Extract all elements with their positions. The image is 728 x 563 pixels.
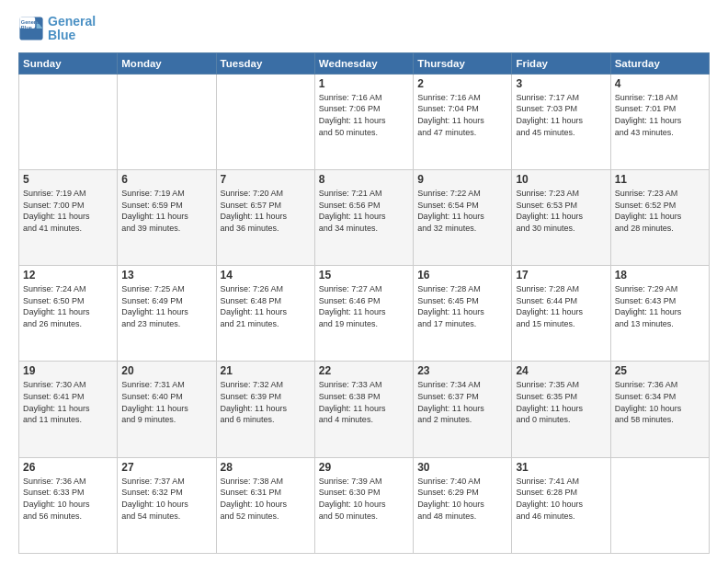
day-info: Sunrise: 7:21 AM Sunset: 6:56 PM Dayligh…	[319, 188, 409, 234]
calendar-cell: 9Sunrise: 7:22 AM Sunset: 6:54 PM Daylig…	[414, 170, 512, 266]
calendar-cell: 13Sunrise: 7:25 AM Sunset: 6:49 PM Dayli…	[118, 266, 216, 362]
page: General Blue GeneralBlue SundayMondayTue…	[0, 0, 728, 563]
day-of-week-header: Thursday	[414, 52, 512, 74]
day-info: Sunrise: 7:23 AM Sunset: 6:53 PM Dayligh…	[516, 188, 606, 234]
day-number: 11	[615, 173, 705, 186]
day-info: Sunrise: 7:17 AM Sunset: 7:03 PM Dayligh…	[516, 92, 606, 138]
day-info: Sunrise: 7:19 AM Sunset: 6:59 PM Dayligh…	[121, 188, 211, 234]
day-info: Sunrise: 7:31 AM Sunset: 6:40 PM Dayligh…	[121, 379, 211, 425]
day-info: Sunrise: 7:30 AM Sunset: 6:41 PM Dayligh…	[23, 379, 113, 425]
day-info: Sunrise: 7:22 AM Sunset: 6:54 PM Dayligh…	[417, 188, 507, 234]
day-info: Sunrise: 7:28 AM Sunset: 6:44 PM Dayligh…	[516, 283, 606, 329]
day-info: Sunrise: 7:28 AM Sunset: 6:45 PM Dayligh…	[417, 283, 507, 329]
day-info: Sunrise: 7:35 AM Sunset: 6:35 PM Dayligh…	[516, 379, 606, 425]
calendar-cell: 17Sunrise: 7:28 AM Sunset: 6:44 PM Dayli…	[512, 266, 610, 362]
calendar-cell: 24Sunrise: 7:35 AM Sunset: 6:35 PM Dayli…	[512, 362, 610, 457]
day-info: Sunrise: 7:18 AM Sunset: 7:01 PM Dayligh…	[615, 92, 705, 138]
day-number: 13	[121, 269, 211, 282]
day-number: 2	[417, 77, 507, 90]
calendar-week-row: 19Sunrise: 7:30 AM Sunset: 6:41 PM Dayli…	[19, 362, 710, 457]
calendar-cell: 6Sunrise: 7:19 AM Sunset: 6:59 PM Daylig…	[118, 170, 216, 266]
day-number: 20	[121, 364, 211, 377]
day-info: Sunrise: 7:41 AM Sunset: 6:28 PM Dayligh…	[516, 476, 606, 522]
day-info: Sunrise: 7:20 AM Sunset: 6:57 PM Dayligh…	[221, 188, 311, 234]
calendar-cell: 11Sunrise: 7:23 AM Sunset: 6:52 PM Dayli…	[610, 170, 709, 266]
day-info: Sunrise: 7:39 AM Sunset: 6:30 PM Dayligh…	[319, 476, 409, 522]
day-number: 29	[319, 461, 409, 474]
calendar-cell	[19, 74, 118, 169]
calendar-cell: 30Sunrise: 7:40 AM Sunset: 6:29 PM Dayli…	[414, 457, 512, 553]
day-number: 30	[417, 461, 507, 474]
day-info: Sunrise: 7:26 AM Sunset: 6:48 PM Dayligh…	[221, 283, 311, 329]
day-number: 25	[615, 364, 705, 377]
day-of-week-header: Sunday	[19, 52, 118, 74]
day-number: 31	[516, 461, 606, 474]
day-info: Sunrise: 7:25 AM Sunset: 6:49 PM Dayligh…	[121, 283, 211, 329]
day-number: 23	[417, 364, 507, 377]
day-number: 1	[319, 77, 409, 90]
calendar-week-row: 12Sunrise: 7:24 AM Sunset: 6:50 PM Dayli…	[19, 266, 710, 362]
day-number: 15	[319, 269, 409, 282]
day-number: 19	[23, 364, 113, 377]
day-number: 3	[516, 77, 606, 90]
calendar-cell: 31Sunrise: 7:41 AM Sunset: 6:28 PM Dayli…	[512, 457, 610, 553]
day-number: 14	[221, 269, 311, 282]
day-number: 5	[23, 173, 113, 186]
calendar-cell: 19Sunrise: 7:30 AM Sunset: 6:41 PM Dayli…	[19, 362, 118, 457]
day-of-week-header: Monday	[118, 52, 216, 74]
calendar-cell: 23Sunrise: 7:34 AM Sunset: 6:37 PM Dayli…	[414, 362, 512, 457]
calendar-cell	[610, 457, 709, 553]
calendar-cell: 8Sunrise: 7:21 AM Sunset: 6:56 PM Daylig…	[314, 170, 413, 266]
calendar-header-row: SundayMondayTuesdayWednesdayThursdayFrid…	[19, 52, 710, 74]
calendar-cell: 18Sunrise: 7:29 AM Sunset: 6:43 PM Dayli…	[610, 266, 709, 362]
logo-text: GeneralBlue	[48, 15, 96, 43]
calendar-cell: 5Sunrise: 7:19 AM Sunset: 7:00 PM Daylig…	[19, 170, 118, 266]
day-info: Sunrise: 7:16 AM Sunset: 7:04 PM Dayligh…	[417, 92, 507, 138]
calendar-cell: 14Sunrise: 7:26 AM Sunset: 6:48 PM Dayli…	[216, 266, 314, 362]
logo: General Blue GeneralBlue	[18, 15, 96, 43]
day-number: 17	[516, 269, 606, 282]
day-of-week-header: Saturday	[610, 52, 709, 74]
day-number: 16	[417, 269, 507, 282]
day-info: Sunrise: 7:37 AM Sunset: 6:32 PM Dayligh…	[121, 476, 211, 522]
calendar-cell: 21Sunrise: 7:32 AM Sunset: 6:39 PM Dayli…	[216, 362, 314, 457]
calendar-cell: 7Sunrise: 7:20 AM Sunset: 6:57 PM Daylig…	[216, 170, 314, 266]
logo-icon: General Blue	[18, 16, 44, 41]
calendar-cell: 25Sunrise: 7:36 AM Sunset: 6:34 PM Dayli…	[610, 362, 709, 457]
calendar-cell: 26Sunrise: 7:36 AM Sunset: 6:33 PM Dayli…	[19, 457, 118, 553]
calendar-cell: 20Sunrise: 7:31 AM Sunset: 6:40 PM Dayli…	[118, 362, 216, 457]
day-number: 12	[23, 269, 113, 282]
day-number: 28	[221, 461, 311, 474]
day-info: Sunrise: 7:36 AM Sunset: 6:34 PM Dayligh…	[615, 379, 705, 425]
calendar-week-row: 26Sunrise: 7:36 AM Sunset: 6:33 PM Dayli…	[19, 457, 710, 553]
day-info: Sunrise: 7:33 AM Sunset: 6:38 PM Dayligh…	[319, 379, 409, 425]
day-number: 21	[221, 364, 311, 377]
day-info: Sunrise: 7:19 AM Sunset: 7:00 PM Dayligh…	[23, 188, 113, 234]
calendar-table: SundayMondayTuesdayWednesdayThursdayFrid…	[18, 52, 710, 554]
day-number: 6	[121, 173, 211, 186]
calendar-cell	[216, 74, 314, 169]
day-number: 27	[121, 461, 211, 474]
calendar-cell: 16Sunrise: 7:28 AM Sunset: 6:45 PM Dayli…	[414, 266, 512, 362]
day-of-week-header: Wednesday	[314, 52, 413, 74]
day-number: 18	[615, 269, 705, 282]
calendar-cell: 10Sunrise: 7:23 AM Sunset: 6:53 PM Dayli…	[512, 170, 610, 266]
day-number: 9	[417, 173, 507, 186]
day-number: 26	[23, 461, 113, 474]
calendar-cell: 4Sunrise: 7:18 AM Sunset: 7:01 PM Daylig…	[610, 74, 709, 169]
svg-text:Blue: Blue	[21, 26, 32, 31]
day-info: Sunrise: 7:32 AM Sunset: 6:39 PM Dayligh…	[221, 379, 311, 425]
day-number: 22	[319, 364, 409, 377]
calendar-cell: 27Sunrise: 7:37 AM Sunset: 6:32 PM Dayli…	[118, 457, 216, 553]
day-info: Sunrise: 7:23 AM Sunset: 6:52 PM Dayligh…	[615, 188, 705, 234]
day-info: Sunrise: 7:40 AM Sunset: 6:29 PM Dayligh…	[417, 476, 507, 522]
calendar-cell: 28Sunrise: 7:38 AM Sunset: 6:31 PM Dayli…	[216, 457, 314, 553]
day-number: 4	[615, 77, 705, 90]
calendar-cell: 22Sunrise: 7:33 AM Sunset: 6:38 PM Dayli…	[314, 362, 413, 457]
day-info: Sunrise: 7:16 AM Sunset: 7:06 PM Dayligh…	[319, 92, 409, 138]
day-info: Sunrise: 7:29 AM Sunset: 6:43 PM Dayligh…	[615, 283, 705, 329]
day-number: 8	[319, 173, 409, 186]
day-number: 7	[221, 173, 311, 186]
calendar-cell	[118, 74, 216, 169]
calendar-cell: 29Sunrise: 7:39 AM Sunset: 6:30 PM Dayli…	[314, 457, 413, 553]
